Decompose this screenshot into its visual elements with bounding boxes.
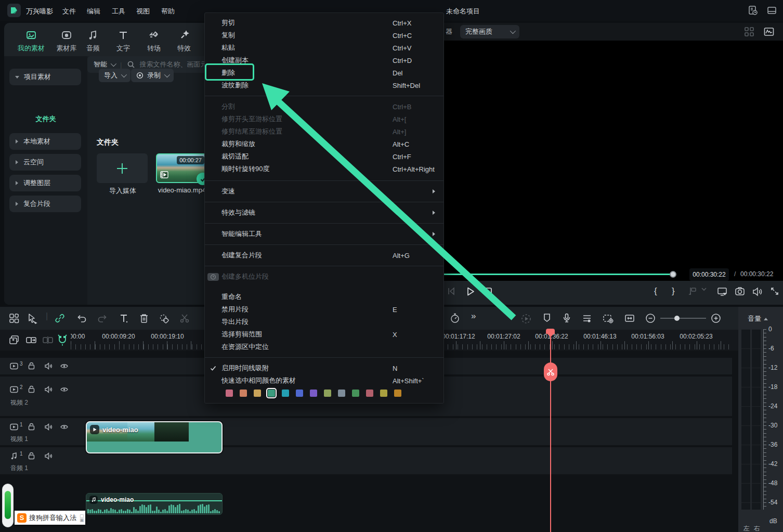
menu-item-paste[interactable]: 粘贴Ctrl+V — [205, 42, 443, 54]
panel-layout-icon[interactable] — [766, 5, 777, 16]
seek-handle[interactable] — [670, 271, 676, 278]
menu-item-effects-filters[interactable]: 特效与滤镜 — [205, 202, 443, 223]
menu-view[interactable]: 视图 — [136, 7, 150, 16]
menu-item-trim-end[interactable]: 修剪结尾至游标位置Alt+] — [205, 125, 443, 138]
record-button[interactable]: 录制 — [131, 69, 174, 82]
menu-item-crop-zoom[interactable]: 裁剪和缩放Alt+C — [205, 138, 443, 150]
ime-toolbar[interactable]: S 搜狗拼音输入法 ▢▣ — [15, 511, 85, 525]
color-swatch[interactable] — [366, 390, 373, 397]
microphone-icon[interactable] — [562, 313, 572, 323]
eye-icon[interactable] — [60, 361, 69, 371]
lock-icon[interactable] — [27, 361, 36, 370]
zoom-in-icon[interactable] — [710, 313, 722, 324]
auto-ripple-icon[interactable] — [25, 334, 37, 346]
volume-panel-title[interactable]: 音量 — [748, 314, 768, 323]
sidebar-group-adjustment-layer[interactable]: 调整图层 — [9, 175, 81, 191]
snapshot-camera-icon[interactable] — [734, 286, 746, 297]
split-scissors-icon[interactable] — [179, 313, 190, 324]
speaker-icon[interactable] — [751, 286, 763, 297]
color-swatch[interactable] — [254, 390, 261, 397]
display-device-icon[interactable] — [716, 286, 728, 297]
menu-item-create-multicam-clip[interactable]: 创建多机位片段 — [205, 266, 443, 287]
color-swatch[interactable] — [226, 390, 233, 397]
eye-icon[interactable] — [60, 385, 69, 394]
fit-timeline-icon[interactable] — [624, 313, 635, 324]
zoom-slider-track[interactable] — [660, 318, 706, 319]
sidebar-group-local-media[interactable]: 本地素材 — [9, 133, 81, 150]
quality-dropdown[interactable]: 完整画质 — [460, 25, 519, 38]
tab-audio[interactable]: 音频 — [78, 28, 108, 53]
search-input[interactable]: 搜索文件名称、画面元素 — [139, 60, 214, 69]
split-track-icon[interactable] — [42, 334, 54, 346]
lock-icon[interactable] — [27, 451, 36, 460]
menu-item-export-clip[interactable]: 导出片段 — [205, 316, 443, 328]
menu-item-cut[interactable]: 剪切Ctrl+X — [205, 17, 443, 29]
media-blocks-icon[interactable] — [8, 313, 20, 324]
audio-mixer-icon[interactable] — [581, 313, 593, 324]
render-queue-icon[interactable] — [748, 5, 759, 16]
mark-out-icon[interactable]: } — [672, 286, 675, 296]
zoom-slider-handle[interactable] — [674, 316, 680, 321]
sidebar-group-project-media[interactable]: 项目素材 — [9, 69, 81, 85]
menu-item-rename[interactable]: 重命名 — [205, 291, 443, 303]
menu-item-disable-clip[interactable]: 禁用片段E — [205, 303, 443, 316]
timeline-audio-clip[interactable]: video-miao — [86, 493, 223, 515]
tab-effects[interactable]: 特效 — [168, 28, 200, 53]
marker-shield-icon[interactable] — [542, 313, 552, 323]
media-clip-thumbnail[interactable]: 00:00:27 — [156, 153, 207, 183]
eye-icon[interactable] — [60, 422, 69, 432]
more-tools-icon[interactable]: » — [471, 311, 476, 321]
scope-icon[interactable] — [763, 26, 775, 37]
menu-item-smart-edit-tools[interactable]: 智能编辑工具 — [205, 223, 443, 244]
zoom-out-icon[interactable] — [645, 313, 656, 324]
add-to-track-icon[interactable] — [8, 334, 20, 346]
select-cursor-icon[interactable] — [26, 313, 37, 324]
render-area-icon[interactable] — [602, 313, 615, 325]
app-logo[interactable] — [7, 4, 21, 17]
menu-item-trim-start[interactable]: 修剪开头至游标位置Alt+[ — [205, 113, 443, 125]
color-swatch[interactable] — [380, 390, 387, 397]
lock-icon[interactable] — [27, 385, 36, 394]
mute-speaker-icon[interactable] — [44, 361, 53, 371]
mark-in-icon[interactable]: { — [654, 286, 657, 296]
snap-magnet-icon[interactable] — [56, 334, 69, 346]
color-swatch[interactable] — [324, 390, 331, 397]
timeline-video-clip[interactable]: video-miao — [86, 421, 223, 453]
sidebar-group-compound-clip[interactable]: 复合片段 — [9, 196, 81, 212]
redo-icon[interactable] — [97, 313, 108, 324]
fullscreen-icon[interactable] — [769, 286, 780, 296]
menu-item-timeline-snap[interactable]: 启用时间线吸附N — [205, 362, 443, 374]
menu-file[interactable]: 文件 — [62, 7, 76, 16]
delete-trash-icon[interactable] — [138, 313, 150, 324]
color-swatch[interactable] — [310, 390, 317, 397]
color-swatch[interactable] — [268, 390, 275, 397]
stop-icon[interactable] — [484, 286, 493, 296]
menu-tools[interactable]: 工具 — [112, 7, 125, 16]
color-swatch[interactable] — [352, 390, 359, 397]
menu-item-reveal-in-media[interactable]: 在资源区中定位 — [205, 341, 443, 353]
grid-view-icon[interactable] — [743, 26, 755, 37]
menu-help[interactable]: 帮助 — [161, 7, 175, 16]
color-swatch[interactable] — [338, 390, 345, 397]
menu-item-copy[interactable]: 复制Ctrl+C — [205, 29, 443, 42]
color-swatch[interactable] — [394, 390, 401, 397]
tab-transitions[interactable]: 转场 — [138, 28, 169, 53]
import-button[interactable]: 导入 — [99, 69, 130, 82]
color-swatch[interactable] — [240, 390, 247, 397]
menu-item-create-compound-clip[interactable]: 创建复合片段Alt+G — [205, 244, 443, 266]
menu-item-speed[interactable]: 变速 — [205, 180, 443, 202]
undo-icon[interactable] — [76, 313, 87, 324]
menu-item-ripple-delete[interactable]: 波纹删除Shift+Del — [205, 79, 443, 92]
mask-icon[interactable] — [158, 313, 171, 325]
preview-render-icon[interactable] — [520, 313, 532, 325]
sidebar-item-folder[interactable]: 文件夹 — [4, 114, 87, 124]
ime-toolbox-icon[interactable]: ▢▣ — [80, 514, 84, 522]
play-icon[interactable] — [465, 286, 476, 297]
menu-edit[interactable]: 编辑 — [87, 7, 100, 16]
add-marker-icon[interactable] — [687, 286, 698, 296]
mute-speaker-icon[interactable] — [44, 422, 53, 432]
mute-speaker-icon[interactable] — [44, 385, 53, 394]
marker-chevron-icon[interactable] — [701, 286, 707, 292]
menu-item-crop-fit[interactable]: 裁切适配Ctrl+F — [205, 150, 443, 163]
smart-filter-label[interactable]: 智能 — [94, 60, 107, 69]
